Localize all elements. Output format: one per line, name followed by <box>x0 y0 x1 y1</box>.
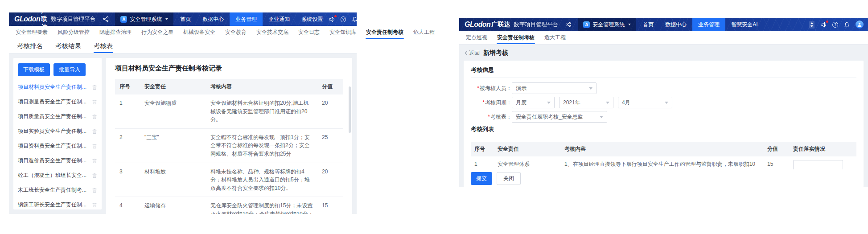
trash-icon[interactable] <box>92 144 97 149</box>
list-item[interactable]: 木工班长安全生产责任制考... <box>18 183 97 197</box>
announcement-icon[interactable] <box>820 22 827 28</box>
menu-item-smart-safety-ai[interactable]: 智慧安全AI <box>725 18 763 31</box>
list-item[interactable]: 项目质量员安全生产责任制... <box>18 109 97 124</box>
list-item[interactable]: 项目资料员安全生产责任制... <box>18 139 97 153</box>
cell-content: 安全帽不符合标准的每发现一顶扣1分；安全带不符合标准的每发现一条扣2分；安全网规… <box>206 129 317 163</box>
required-marker: * <box>477 85 479 91</box>
subnav-item-responsibility-assessment[interactable]: 安全责任制考核 <box>492 31 539 44</box>
field-label: *考核周期： <box>471 99 512 107</box>
vertical-scrollbar[interactable] <box>349 86 351 133</box>
trash-icon[interactable] <box>92 158 97 164</box>
subnav-item[interactable]: 安全知识库 <box>325 26 361 39</box>
back-label: 返回 <box>469 49 480 57</box>
new-assessment-card: 考核信息 *被考核人员： 演示 *考核周期： 月度 2021年 <box>464 61 864 169</box>
assessment-sheet-select[interactable]: 安全责任履职考核_安全总监 <box>512 111 607 123</box>
bell-icon[interactable] <box>844 22 850 28</box>
cycle-year-select[interactable]: 2021年 <box>559 97 613 108</box>
tab-results[interactable]: 考核结果 <box>50 39 86 53</box>
app-switcher[interactable]: A 安全管理系统 <box>578 18 636 31</box>
help-icon[interactable]: ? <box>341 16 346 22</box>
announcement-icon[interactable] <box>329 16 335 22</box>
help-icon[interactable]: ? <box>832 22 838 28</box>
menu-item-data-center[interactable]: 数据中心 <box>197 12 230 26</box>
cycle-type-select[interactable]: 月度 <box>512 97 555 108</box>
col-header-content: 考核内容 <box>206 79 317 94</box>
avatar[interactable] <box>856 21 864 29</box>
menu-item-home[interactable]: 首页 <box>174 12 197 26</box>
list-item-label: 项目资料员安全生产责任制... <box>18 142 86 150</box>
cell-duty: "三宝" <box>140 129 206 163</box>
menu-item-business[interactable]: 业务管理 <box>692 18 725 31</box>
platform-title: 数字项目管理平台 <box>51 16 95 23</box>
top-navbar: GLodon 广联达 数字项目管理平台 A 安全管理系统 首页 数据中心 业务管… <box>459 18 868 31</box>
select-value: 2021年 <box>563 99 580 107</box>
notification-dot <box>826 21 828 23</box>
field-label-text: 考核表： <box>490 114 512 120</box>
menu-item-business[interactable]: 业务管理 <box>230 12 263 26</box>
subnav-item[interactable]: 安全管理要素 <box>11 26 53 39</box>
cell-content: 安全设施材料无合格证明的扣20分;施工机械设备无建筑安监管理部门准用证的扣20分… <box>206 94 317 128</box>
nav-scroll-widget[interactable] <box>809 21 815 29</box>
top-navbar: GLodon 广联达 数字项目管理平台 A 安全管理系统 首页 数据中心 业务管… <box>9 12 357 26</box>
trash-icon[interactable] <box>92 99 97 105</box>
list-item[interactable]: 项目材料员安全生产责任制... <box>18 80 97 94</box>
trash-icon[interactable] <box>92 114 97 119</box>
cell-duty: 安全管理体系 <box>494 156 561 169</box>
subnav-item[interactable]: 危大工程 <box>408 26 440 39</box>
org-switch-icon[interactable] <box>565 21 572 28</box>
batch-import-button[interactable]: 批量导入 <box>53 63 86 76</box>
close-button[interactable]: 关闭 <box>497 172 521 185</box>
subnav-item-patrol[interactable]: 定点巡视 <box>461 31 492 44</box>
cell-content: 无仓库安全防火管理制度的扣15分；未设置灭火器材的扣10分；仓库未禁烟的扣10分… <box>206 197 317 214</box>
subnav-item-responsibility-assessment[interactable]: 安全责任制考核 <box>361 26 408 39</box>
list-item[interactable]: 项目实验员安全生产责任制... <box>18 124 97 139</box>
subnav-item[interactable]: 安全日志 <box>293 26 325 39</box>
subnav-item[interactable]: 机械设备安全 <box>178 26 220 39</box>
subnav-item[interactable]: 安全教育 <box>220 26 251 39</box>
col-header-score: 分值 <box>317 79 343 94</box>
list-item[interactable]: 砼工（混凝土）班组长安全... <box>18 168 97 183</box>
cycle-month-select[interactable]: 4月 <box>618 97 672 108</box>
list-item-label: 项目材料员安全生产责任制... <box>18 83 86 91</box>
back-link[interactable]: 返回 <box>465 49 480 57</box>
cell-score: 20 <box>317 94 343 128</box>
subnav-item-dangerous-projects[interactable]: 危大工程 <box>539 31 571 44</box>
tab-ranking[interactable]: 考核排名 <box>12 39 48 53</box>
table-row: 1 安全设施物质 安全设施材料无合格证明的扣20分;施工机械设备无建筑安监管理部… <box>115 94 343 129</box>
subnav-item[interactable]: 行为安全之星 <box>136 26 178 39</box>
field-label-text: 被考核人员： <box>480 85 512 91</box>
trash-icon[interactable] <box>92 188 97 193</box>
menu-item-data-center[interactable]: 数据中心 <box>659 18 692 31</box>
tab-sheet[interactable]: 考核表 <box>88 39 119 53</box>
cell-duty: 材料堆放 <box>140 163 206 197</box>
page-title: 项目材料员安全生产责任制考核记录 <box>115 64 343 73</box>
menu-item-settings[interactable]: 系统设置 <box>296 12 329 26</box>
trash-icon[interactable] <box>92 173 97 178</box>
assessed-person-select[interactable]: 演示 <box>512 82 596 94</box>
submit-button[interactable]: 提交 <box>471 172 492 185</box>
trash-icon[interactable] <box>92 129 97 134</box>
list-item[interactable]: 项目测量员安全生产责任制... <box>18 94 97 109</box>
list-item[interactable]: 钢筋工班长安全生产责任制... <box>18 197 97 209</box>
col-header-content: 考核内容 <box>561 142 764 156</box>
subnav-item[interactable]: 隐患排查治理 <box>95 26 136 39</box>
table-row: 1 安全管理体系 1、在项目经理直接领导下履行项目安全生产工作的管理与监督职责，… <box>471 156 856 169</box>
org-switch-icon[interactable] <box>103 16 109 22</box>
trash-icon[interactable] <box>92 202 97 208</box>
bell-icon[interactable] <box>352 16 357 22</box>
app-switcher[interactable]: A 安全管理系统 <box>115 12 173 26</box>
trash-icon[interactable] <box>92 85 97 90</box>
subnav-item[interactable]: 安全技术交底 <box>251 26 293 39</box>
col-header-score: 分值 <box>764 142 790 156</box>
subnav-item[interactable]: 风险分级管控 <box>53 26 95 39</box>
download-template-button[interactable]: 下载模板 <box>18 63 50 76</box>
content-area: 下载模板 批量导入 项目材料员安全生产责任制... 项目测量员安全生产责任制..… <box>9 53 357 214</box>
list-item[interactable]: 项目造价员安全生产责任制... <box>18 153 97 168</box>
cell-duty: 运输储存 <box>140 197 206 214</box>
table-row: 3 材料堆放 料堆未挂名称、品种、规格等标牌的扣4分；材料堆放人员出入通道口的扣… <box>115 163 343 197</box>
cell-content: 1、在项目经理直接领导下履行项目安全生产工作的管理与监督职责，未履职扣10分，失… <box>561 156 764 169</box>
responsibility-input[interactable] <box>793 160 843 169</box>
col-header-implementation: 责任落实情况 <box>790 142 856 156</box>
menu-item-notice[interactable]: 企业通知 <box>263 12 296 26</box>
menu-item-home[interactable]: 首页 <box>637 18 659 31</box>
